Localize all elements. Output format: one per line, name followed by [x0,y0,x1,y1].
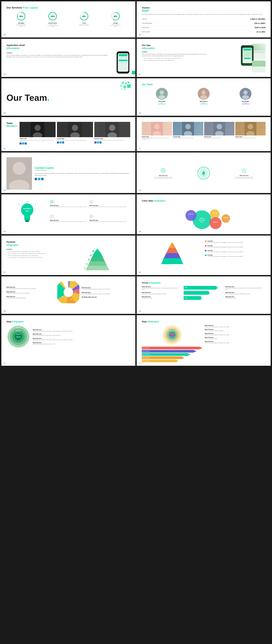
team-section-label: Team Members [6,122,17,127]
twitter-profile-icon[interactable]: t [38,178,40,180]
step-arrows-title: Step Infographic [142,320,266,323]
color-step-title: Color Step Infographic [142,199,266,202]
slide-number: 09 [4,310,5,312]
step-circle-visual: Stage 01 Stage 02 Step 03 Step 04 [6,325,30,349]
biz-item-tl: Write title here It is a long establishe… [49,199,88,212]
svg-text:03: 03 [75,292,76,294]
pie-label-5: Write title here It is a long establishe… [82,292,130,294]
slide-number: 10 [139,310,141,312]
pyramid-text: Subtitle ✓There are many variations of p… [6,248,62,272]
step-arrow-item-1: Write title here Power to raise and puri… [205,325,266,328]
svg-point-45 [217,124,222,129]
our-team-title: Our Team [142,83,266,86]
svg-point-39 [154,124,160,129]
svg-marker-95 [94,249,101,253]
slide-number: 05 [139,34,141,36]
slide-number: 02 [4,190,5,191]
slide-circle-info: Write title here It is a long establishe… [137,152,271,193]
svg-rect-18 [121,88,123,90]
service-3: 85% Code the many variations of passage … [78,12,90,27]
four-member-photos: Hosea Jack A peep at some distant orb ha… [142,122,266,140]
svg-marker-106 [166,248,178,253]
slide-number: 07 [139,73,141,75]
audit-row-4: Success project 21 to 300+ [142,30,266,34]
svg-text:STEP 04: STEP 04 [213,222,218,223]
member-photo-4: Hosea Jack A peep at some distant orb ha… [235,122,266,140]
svg-rect-15 [120,85,122,87]
team-member-3: Eric Morgan Manager [240,88,252,105]
arrow-content: Write title here A peep at some distant … [142,286,266,300]
svg-point-101 [90,254,92,256]
svg-text:Step 04: Step 04 [16,336,20,338]
app-phones [239,44,266,61]
bar-3: 20% [184,296,224,300]
profile-info: Carmen Caylor Creative Director A peep a… [35,166,130,180]
team-member-1: Henry Slate CEO [156,88,168,105]
svg-rect-12 [122,82,124,84]
member-2: Lucida Tiger There are many variations o… [57,122,93,144]
svg-text:Write title here: Write title here [169,332,176,333]
step-arrow-item-3: Write title here Power to raise and puri… [205,333,266,336]
arrow-title: Arrow Infographic [142,281,266,284]
svg-text:01: 01 [64,286,65,287]
svg-point-87 [222,214,230,223]
svg-point-84 [186,210,196,221]
svg-point-78 [90,200,93,203]
svg-rect-69 [25,220,29,221]
svg-point-22 [158,95,165,99]
bar-2 [184,291,224,295]
horizontal-arrows: Write title here Write title here Write … [142,347,203,362]
concept-4: Concept There are many variations of pas… [205,254,266,257]
step-title: Step Infographic [6,320,130,323]
svg-text:STEP 01: STEP 01 [189,214,193,215]
svg-text:05: 05 [61,296,63,298]
svg-point-51 [13,162,26,175]
services-title: Our Services Four Layout [6,6,130,9]
facebook-icon: f [19,142,21,144]
service-circles: 90% Strengths Lorem ipsum many variation… [6,12,130,27]
twitter-icon: t [22,142,24,144]
arrow-bars: 36% 20% [184,286,224,300]
info-item-3: Write title here It is a long establishe… [235,168,254,179]
svg-point-42 [185,124,191,129]
svg-text:Write title here: Write title here [169,334,176,336]
svg-point-54 [162,170,164,172]
leaf-biz-icon [89,200,130,204]
pie-label-4: Write title here It is a long establishe… [82,287,130,290]
svg-point-64 [50,200,53,203]
info-item-1: Write title here It is a long establishe… [154,168,173,179]
slide-step-circle: Step Infographic Stage 01 Stage 02 Step … [1,315,135,366]
pie-label-3: Write title here Long Established that w… [6,296,55,299]
linkedin-profile-icon[interactable]: in [41,178,43,180]
svg-point-30 [34,125,41,131]
audit-row-2: Project appreciation 230 to 1800+ [142,21,266,26]
facebook-profile-icon[interactable]: f [35,178,37,180]
svg-text:STEP 02: STEP 02 [212,212,217,214]
gear-biz-icon [50,200,87,204]
pie-content: Write title here It is a long establishe… [6,281,130,304]
svg-text:80%: 80% [114,16,117,17]
svg-marker-97 [90,257,105,262]
audit-row-3: Happy Clients 3100 to 8100 [142,26,266,30]
member-3: Carmen Caylor There are many variations … [94,122,130,144]
svg-marker-108 [161,258,183,264]
svg-point-114 [64,288,73,297]
slide-number: 07 [4,272,5,273]
svg-rect-19 [124,89,125,90]
circle-info-row: Write title here It is a long establishe… [142,163,266,184]
svg-point-27 [244,90,248,95]
step-arrow-item-4: Write title here Power to raise and puri… [205,337,266,340]
svg-point-61 [203,174,205,176]
service-4: 80% Design There are many variations of … [110,12,121,27]
color-step-diagram: STEP 01 STEP 02 STEP 03 Write Title Here… [142,204,266,231]
svg-text:Write title here: Write title here [169,329,176,330]
slide-business-idea: Write title here It is a long establishe… [1,194,135,234]
svg-rect-16 [123,86,126,88]
app-text: Subtitle There are many variations of pa… [6,52,113,74]
pie-label-05-note: 05 Write title here 03 [82,296,130,298]
svg-point-33 [72,125,78,131]
twitter-icon-3: t [97,142,99,144]
arrow-right: Write title here A peep at some distant … [226,286,266,300]
slide-pyramid-color: Concept There are many variations of pas… [137,236,271,275]
member-1: Hosea Jack A peep at some distant orb ha… [19,122,56,144]
